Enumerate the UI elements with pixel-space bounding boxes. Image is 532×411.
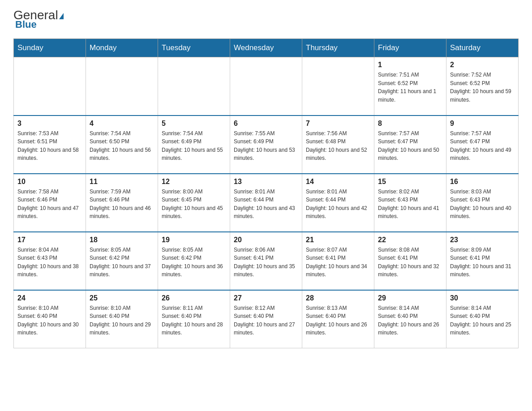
day-info: Sunrise: 8:03 AMSunset: 6:43 PMDaylight:… (450, 188, 515, 221)
weekday-header-monday: Monday (86, 39, 158, 57)
calendar-cell: 9Sunrise: 7:57 AMSunset: 6:47 PMDaylight… (446, 116, 519, 174)
day-number: 24 (17, 294, 82, 302)
logo-blue-text: Blue (15, 20, 64, 30)
calendar-cell: 4Sunrise: 7:54 AMSunset: 6:50 PMDaylight… (86, 116, 158, 174)
day-info: Sunrise: 7:54 AMSunset: 6:50 PMDaylight:… (90, 129, 154, 163)
day-number: 9 (450, 120, 515, 128)
day-number: 19 (162, 236, 226, 244)
calendar-cell: 6Sunrise: 7:55 AMSunset: 6:49 PMDaylight… (230, 116, 302, 174)
week-row-3: 10Sunrise: 7:58 AMSunset: 6:46 PMDayligh… (14, 174, 519, 232)
day-info: Sunrise: 8:04 AMSunset: 6:43 PMDaylight:… (17, 246, 82, 279)
day-number: 11 (90, 178, 154, 186)
weekday-header-row: SundayMondayTuesdayWednesdayThursdayFrid… (14, 39, 519, 57)
day-info: Sunrise: 8:09 AMSunset: 6:41 PMDaylight:… (450, 246, 515, 279)
day-info: Sunrise: 7:58 AMSunset: 6:46 PMDaylight:… (17, 188, 82, 221)
calendar-cell (158, 57, 230, 116)
calendar-cell: 28Sunrise: 8:13 AMSunset: 6:40 PMDayligh… (302, 290, 374, 348)
day-number: 2 (450, 61, 515, 69)
day-info: Sunrise: 8:11 AMSunset: 6:40 PMDaylight:… (162, 304, 226, 337)
day-number: 4 (90, 120, 154, 128)
day-info: Sunrise: 8:10 AMSunset: 6:40 PMDaylight:… (17, 304, 82, 337)
calendar-cell: 8Sunrise: 7:57 AMSunset: 6:47 PMDaylight… (374, 116, 446, 174)
day-info: Sunrise: 8:12 AMSunset: 6:40 PMDaylight:… (234, 304, 298, 337)
day-number: 23 (450, 236, 515, 244)
day-info: Sunrise: 8:01 AMSunset: 6:44 PMDaylight:… (234, 188, 298, 221)
day-info: Sunrise: 7:54 AMSunset: 6:49 PMDaylight:… (162, 129, 226, 163)
calendar-cell: 18Sunrise: 8:05 AMSunset: 6:42 PMDayligh… (86, 232, 158, 290)
weekday-header-tuesday: Tuesday (158, 39, 230, 57)
week-row-4: 17Sunrise: 8:04 AMSunset: 6:43 PMDayligh… (14, 232, 519, 290)
day-info: Sunrise: 8:02 AMSunset: 6:43 PMDaylight:… (378, 188, 442, 221)
day-info: Sunrise: 7:52 AMSunset: 6:52 PMDaylight:… (450, 71, 515, 104)
day-number: 15 (378, 178, 442, 186)
calendar-cell: 2Sunrise: 7:52 AMSunset: 6:52 PMDaylight… (446, 57, 519, 116)
day-number: 16 (450, 178, 515, 186)
day-info: Sunrise: 7:57 AMSunset: 6:47 PMDaylight:… (378, 129, 442, 163)
calendar-cell: 22Sunrise: 8:08 AMSunset: 6:41 PMDayligh… (374, 232, 446, 290)
calendar-cell: 25Sunrise: 8:10 AMSunset: 6:40 PMDayligh… (86, 290, 158, 348)
day-number: 8 (378, 120, 442, 128)
calendar-cell (230, 57, 302, 116)
day-number: 7 (306, 120, 370, 128)
calendar-cell: 21Sunrise: 8:07 AMSunset: 6:41 PMDayligh… (302, 232, 374, 290)
day-number: 13 (234, 178, 298, 186)
calendar-cell (302, 57, 374, 116)
day-info: Sunrise: 8:14 AMSunset: 6:40 PMDaylight:… (450, 304, 515, 337)
day-info: Sunrise: 7:57 AMSunset: 6:47 PMDaylight:… (450, 129, 515, 163)
day-info: Sunrise: 7:51 AMSunset: 6:52 PMDaylight:… (378, 71, 442, 104)
weekday-header-saturday: Saturday (446, 39, 519, 57)
weekday-header-sunday: Sunday (14, 39, 86, 57)
day-number: 26 (162, 294, 226, 302)
day-info: Sunrise: 8:10 AMSunset: 6:40 PMDaylight:… (90, 304, 154, 337)
calendar-cell: 24Sunrise: 8:10 AMSunset: 6:40 PMDayligh… (14, 290, 86, 348)
day-number: 25 (90, 294, 154, 302)
day-info: Sunrise: 8:14 AMSunset: 6:40 PMDaylight:… (378, 304, 442, 337)
calendar-cell: 3Sunrise: 7:53 AMSunset: 6:51 PMDaylight… (14, 116, 86, 174)
calendar-cell: 26Sunrise: 8:11 AMSunset: 6:40 PMDayligh… (158, 290, 230, 348)
day-number: 5 (162, 120, 226, 128)
day-number: 27 (234, 294, 298, 302)
calendar-cell: 12Sunrise: 8:00 AMSunset: 6:45 PMDayligh… (158, 174, 230, 232)
day-number: 28 (306, 294, 370, 302)
day-number: 21 (306, 236, 370, 244)
weekday-header-thursday: Thursday (302, 39, 374, 57)
day-number: 1 (378, 61, 442, 69)
day-number: 14 (306, 178, 370, 186)
calendar-cell: 27Sunrise: 8:12 AMSunset: 6:40 PMDayligh… (230, 290, 302, 348)
day-info: Sunrise: 7:55 AMSunset: 6:49 PMDaylight:… (234, 129, 298, 163)
logo: General Blue (13, 9, 64, 30)
day-info: Sunrise: 8:00 AMSunset: 6:45 PMDaylight:… (162, 188, 226, 221)
week-row-5: 24Sunrise: 8:10 AMSunset: 6:40 PMDayligh… (14, 290, 519, 348)
calendar-cell: 13Sunrise: 8:01 AMSunset: 6:44 PMDayligh… (230, 174, 302, 232)
day-info: Sunrise: 8:13 AMSunset: 6:40 PMDaylight:… (306, 304, 370, 337)
day-info: Sunrise: 7:56 AMSunset: 6:48 PMDaylight:… (306, 129, 370, 163)
calendar-cell: 19Sunrise: 8:05 AMSunset: 6:42 PMDayligh… (158, 232, 230, 290)
day-info: Sunrise: 8:07 AMSunset: 6:41 PMDaylight:… (306, 246, 370, 279)
day-number: 6 (234, 120, 298, 128)
day-number: 30 (450, 294, 515, 302)
calendar-cell: 15Sunrise: 8:02 AMSunset: 6:43 PMDayligh… (374, 174, 446, 232)
calendar-cell: 30Sunrise: 8:14 AMSunset: 6:40 PMDayligh… (446, 290, 519, 348)
calendar-cell: 5Sunrise: 7:54 AMSunset: 6:49 PMDaylight… (158, 116, 230, 174)
calendar-cell: 16Sunrise: 8:03 AMSunset: 6:43 PMDayligh… (446, 174, 519, 232)
calendar-cell: 20Sunrise: 8:06 AMSunset: 6:41 PMDayligh… (230, 232, 302, 290)
day-info: Sunrise: 8:05 AMSunset: 6:42 PMDaylight:… (90, 246, 154, 279)
calendar-cell: 11Sunrise: 7:59 AMSunset: 6:46 PMDayligh… (86, 174, 158, 232)
calendar-cell: 23Sunrise: 8:09 AMSunset: 6:41 PMDayligh… (446, 232, 519, 290)
calendar-cell: 7Sunrise: 7:56 AMSunset: 6:48 PMDaylight… (302, 116, 374, 174)
weekday-header-friday: Friday (374, 39, 446, 57)
day-number: 29 (378, 294, 442, 302)
day-number: 22 (378, 236, 442, 244)
day-info: Sunrise: 7:59 AMSunset: 6:46 PMDaylight:… (90, 188, 154, 221)
calendar-cell: 10Sunrise: 7:58 AMSunset: 6:46 PMDayligh… (14, 174, 86, 232)
calendar-cell (86, 57, 158, 116)
day-number: 12 (162, 178, 226, 186)
page-header: General Blue (13, 9, 519, 30)
day-info: Sunrise: 8:06 AMSunset: 6:41 PMDaylight:… (234, 246, 298, 279)
day-number: 3 (17, 120, 82, 128)
day-info: Sunrise: 8:08 AMSunset: 6:41 PMDaylight:… (378, 246, 442, 279)
day-info: Sunrise: 8:05 AMSunset: 6:42 PMDaylight:… (162, 246, 226, 279)
week-row-1: 1Sunrise: 7:51 AMSunset: 6:52 PMDaylight… (14, 57, 519, 116)
calendar-cell: 17Sunrise: 8:04 AMSunset: 6:43 PMDayligh… (14, 232, 86, 290)
calendar-cell (14, 57, 86, 116)
